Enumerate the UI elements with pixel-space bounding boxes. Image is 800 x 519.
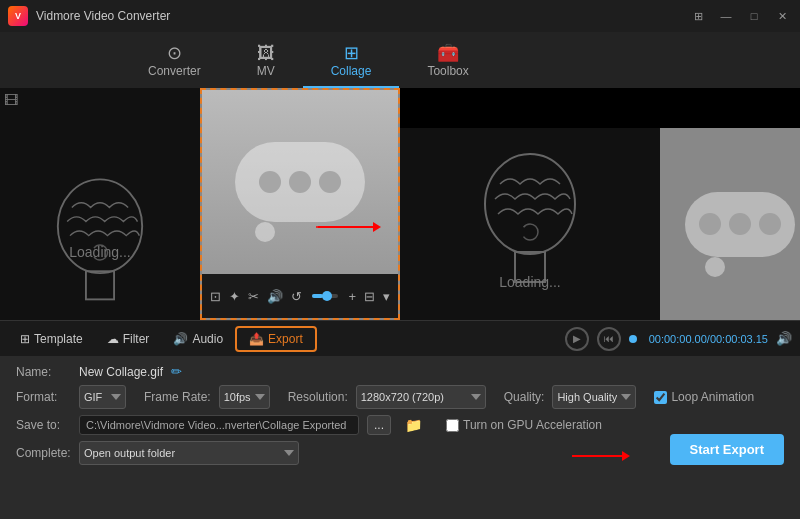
video-mid-top bbox=[202, 90, 398, 274]
svg-rect-1 bbox=[86, 271, 114, 299]
play-controls: ▶ ⏮ bbox=[565, 327, 637, 351]
loop-label: Loop Animation bbox=[671, 390, 754, 404]
video-panel-left: 🎞 Loading... bbox=[0, 88, 200, 320]
loading-right: Loading... bbox=[499, 274, 561, 290]
export-arrow-line bbox=[318, 226, 373, 228]
start-export-btn[interactable]: Start Export bbox=[670, 434, 784, 465]
tab-converter[interactable]: ⊙ Converter bbox=[120, 38, 229, 88]
complete-label: Complete: bbox=[16, 446, 71, 460]
export-file-icon: 📤 bbox=[249, 332, 264, 346]
bottom-toolbar: ⊞ Template ☁ Filter 🔊 Audio 📤 Export ▶ ⏮… bbox=[0, 320, 800, 356]
grid-btn[interactable]: ⊞ bbox=[688, 6, 708, 26]
converter-icon: ⊙ bbox=[167, 44, 182, 62]
scissors-icon[interactable]: ✂ bbox=[246, 287, 261, 306]
gpu-checkbox[interactable] bbox=[446, 419, 459, 432]
timeline-dot bbox=[629, 335, 637, 343]
crop-icon[interactable]: ⊡ bbox=[208, 287, 223, 306]
tab-toolbox-label: Toolbox bbox=[427, 64, 468, 78]
start-export-arrow bbox=[572, 451, 630, 461]
speech-bubble-right bbox=[685, 192, 795, 257]
template-label: Template bbox=[34, 332, 83, 346]
complete-select[interactable]: Open output folder Do nothing bbox=[79, 441, 299, 465]
close-btn[interactable]: ✕ bbox=[772, 6, 792, 26]
timeline-thumb bbox=[322, 291, 332, 301]
resolution-label: Resolution: bbox=[288, 390, 348, 404]
export-btn[interactable]: 📤 Export bbox=[235, 326, 317, 352]
quality-label: Quality: bbox=[504, 390, 545, 404]
start-arrow-line bbox=[572, 455, 622, 457]
template-btn[interactable]: ⊞ Template bbox=[8, 327, 95, 351]
video-mid-controls: ⊡ ✦ ✂ 🔊 ↺ + ⊟ ▾ bbox=[202, 274, 398, 318]
complete-row: Complete: Open output folder Do nothing bbox=[16, 441, 784, 465]
play-button[interactable]: ▶ bbox=[565, 327, 589, 351]
gpu-label: Turn on GPU Acceleration bbox=[463, 418, 602, 432]
audio-btn[interactable]: 🔊 Audio bbox=[161, 327, 235, 351]
audio-speaker-icon: 🔊 bbox=[173, 332, 188, 346]
tab-collage-label: Collage bbox=[331, 64, 372, 78]
loop-checkbox-label[interactable]: Loop Animation bbox=[654, 390, 754, 404]
filter-btn[interactable]: ☁ Filter bbox=[95, 327, 162, 351]
template-grid-icon: ⊞ bbox=[20, 332, 30, 346]
timeline-bar[interactable] bbox=[312, 294, 338, 298]
audio-ctrl-icon[interactable]: 🔊 bbox=[265, 287, 285, 306]
export-arrow-head bbox=[373, 222, 381, 232]
video-panel-right: Loading... bbox=[400, 88, 800, 320]
effects-icon[interactable]: ✦ bbox=[227, 287, 242, 306]
toolbox-icon: 🧰 bbox=[437, 44, 459, 62]
name-label: Name: bbox=[16, 365, 71, 379]
bubble-dot-r1 bbox=[699, 213, 721, 235]
window-controls: ⊞ — □ ✕ bbox=[688, 6, 792, 26]
export-arrow-annotation bbox=[316, 222, 381, 232]
tab-collage[interactable]: ⊞ Collage bbox=[303, 38, 400, 88]
filter-cloud-icon: ☁ bbox=[107, 332, 119, 346]
minimize-btn[interactable]: — bbox=[716, 6, 736, 26]
prev-button[interactable]: ⏮ bbox=[597, 327, 621, 351]
loading-left: Loading... bbox=[69, 244, 131, 260]
quality-select[interactable]: High Quality Medium Low bbox=[552, 385, 636, 409]
timeline-progress bbox=[312, 294, 323, 298]
time-current: 00:00:00.00 bbox=[649, 333, 707, 345]
saveto-row: Save to: C:\Vidmore\Vidmore Video...nver… bbox=[16, 415, 784, 435]
speech-bubble-mid bbox=[235, 142, 365, 222]
video-area: 🎞 Loading... ⊡ ✦ ✂ � bbox=[0, 88, 800, 320]
app-title: Vidmore Video Converter bbox=[36, 9, 688, 23]
tab-mv-label: MV bbox=[257, 64, 275, 78]
filter-label: Filter bbox=[123, 332, 150, 346]
tab-bar: ⊙ Converter 🖼 MV ⊞ Collage 🧰 Toolbox bbox=[0, 32, 800, 88]
gpu-checkbox-label[interactable]: Turn on GPU Acceleration bbox=[446, 418, 602, 432]
rotate-icon[interactable]: ↺ bbox=[289, 287, 304, 306]
filepath-display: C:\Vidmore\Vidmore Video...nverter\Colla… bbox=[79, 415, 359, 435]
layout-icon[interactable]: ⊟ bbox=[362, 287, 377, 306]
mv-icon: 🖼 bbox=[257, 44, 275, 62]
name-edit-icon[interactable]: ✏ bbox=[171, 364, 182, 379]
bubble-dot-1 bbox=[259, 171, 281, 193]
tab-mv[interactable]: 🖼 MV bbox=[229, 38, 303, 88]
export-label: Export bbox=[268, 332, 303, 346]
chevron-down-icon[interactable]: ▾ bbox=[381, 287, 392, 306]
resolution-select[interactable]: 1280x720 (720p) 1920x1080 (1080p) bbox=[356, 385, 486, 409]
saveto-label: Save to: bbox=[16, 418, 71, 432]
video-right-mid: Loading... bbox=[400, 128, 800, 320]
name-row: Name: New Collage.gif ✏ bbox=[16, 364, 784, 379]
bubble-dot-r2 bbox=[729, 213, 751, 235]
framerate-select[interactable]: 10fps 24fps 30fps bbox=[219, 385, 270, 409]
settings-panel: Name: New Collage.gif ✏ Format: GIF MP4 … bbox=[0, 356, 800, 479]
tab-converter-label: Converter bbox=[148, 64, 201, 78]
browse-btn[interactable]: ... bbox=[367, 415, 391, 435]
loop-checkbox[interactable] bbox=[654, 391, 667, 404]
folder-icon: 📁 bbox=[405, 417, 422, 433]
add-icon[interactable]: + bbox=[346, 287, 358, 306]
tab-toolbox[interactable]: 🧰 Toolbox bbox=[399, 38, 496, 88]
format-row: Format: GIF MP4 Frame Rate: 10fps 24fps … bbox=[16, 385, 784, 409]
title-bar: V Vidmore Video Converter ⊞ — □ ✕ bbox=[0, 0, 800, 32]
time-total: 00:00:03.15 bbox=[710, 333, 768, 345]
volume-icon[interactable]: 🔊 bbox=[776, 331, 792, 346]
audio-label: Audio bbox=[192, 332, 223, 346]
format-select[interactable]: GIF MP4 bbox=[79, 385, 126, 409]
maximize-btn[interactable]: □ bbox=[744, 6, 764, 26]
bubble-dot-3 bbox=[319, 171, 341, 193]
video-panel-mid: ⊡ ✦ ✂ 🔊 ↺ + ⊟ ▾ bbox=[200, 88, 400, 320]
framerate-label: Frame Rate: bbox=[144, 390, 211, 404]
video-right-bubble bbox=[660, 128, 800, 320]
bubble-dot-r3 bbox=[759, 213, 781, 235]
